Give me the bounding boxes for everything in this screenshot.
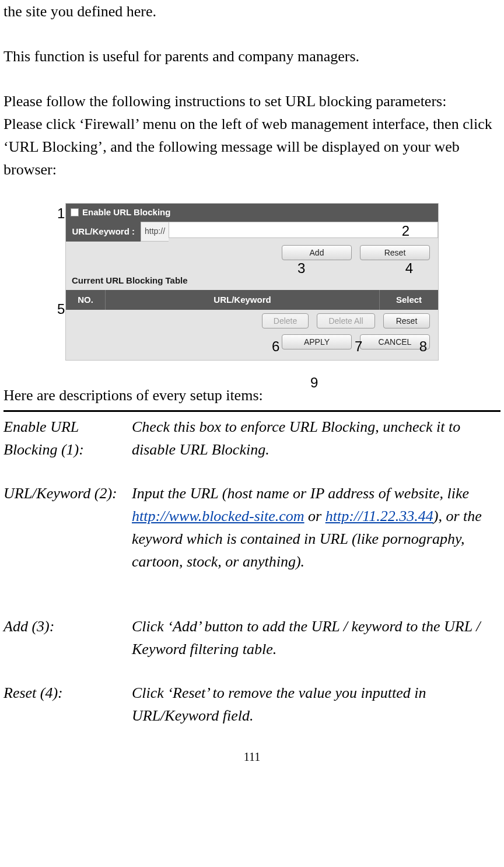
instructions-b: Please click ‘Firewall’ menu on the left… — [4, 113, 501, 181]
enable-url-blocking-checkbox[interactable] — [71, 208, 79, 216]
add-button[interactable]: Add — [282, 245, 352, 260]
desc-text-enable: Check this box to enforce URL Blocking, … — [132, 415, 501, 461]
enable-row: Enable URL Blocking — [66, 204, 438, 222]
screenshot-figure: Enable URL Blocking URL/Keyword : http:/… — [65, 203, 439, 361]
callout-9: 9 — [310, 372, 318, 393]
desc-item-urlkey: URL/Keyword (2): Input the URL (host nam… — [4, 482, 501, 573]
page-number: 111 — [4, 748, 501, 765]
desc-urlkey-part2: or — [304, 508, 326, 525]
url-blocking-panel: Enable URL Blocking URL/Keyword : http:/… — [65, 203, 439, 361]
delete-button[interactable]: Delete — [262, 313, 309, 328]
desc-label-reset: Reset (4): — [4, 681, 132, 727]
blocking-table-header: NO. URL/Keyword Select — [66, 290, 438, 310]
desc-urlkey-part1: Input the URL (host name or IP address o… — [132, 485, 469, 502]
desc-item-add: Add (3): Click ‘Add’ button to add the U… — [4, 615, 501, 660]
instructions-a: Please follow the following instructions… — [4, 90, 501, 113]
intro-line-2: This function is useful for parents and … — [4, 45, 501, 68]
apply-button[interactable]: APPLY — [282, 334, 352, 349]
desc-text-reset: Click ‘Reset’ to remove the value you in… — [132, 681, 501, 727]
callout-8: 8 — [419, 336, 427, 357]
th-select: Select — [380, 290, 438, 310]
descriptions-heading: Here are descriptions of every setup ite… — [4, 384, 501, 407]
enable-url-blocking-label: Enable URL Blocking — [82, 206, 170, 219]
divider — [4, 410, 501, 412]
blocked-site-link[interactable]: http://www.blocked-site.com — [132, 508, 304, 525]
url-keyword-row: URL/Keyword : http:// — [66, 222, 438, 242]
table-title: Current URL Blocking Table — [66, 263, 438, 290]
desc-label-add: Add (3): — [4, 615, 132, 660]
callout-5: 5 — [57, 299, 65, 320]
th-no: NO. — [66, 290, 106, 310]
th-url: URL/Keyword — [106, 290, 380, 310]
delete-all-button[interactable]: Delete All — [317, 313, 375, 328]
callout-1: 1 — [57, 203, 65, 224]
http-prefix: http:// — [141, 222, 169, 242]
desc-text-urlkey: Input the URL (host name or IP address o… — [132, 482, 501, 573]
add-reset-row: Add Reset — [66, 242, 438, 263]
callout-2: 2 — [402, 221, 410, 242]
callout-4: 4 — [405, 258, 413, 279]
desc-label-urlkey: URL/Keyword (2): — [4, 482, 132, 573]
table-reset-button[interactable]: Reset — [383, 313, 430, 328]
descriptions-list: Enable URL Blocking (1): Check this box … — [4, 415, 501, 727]
desc-label-enable: Enable URL Blocking (1): — [4, 415, 132, 461]
table-btn-row: Delete Delete All Reset — [66, 310, 438, 331]
url-keyword-label: URL/Keyword : — [66, 222, 141, 242]
blocked-ip-link[interactable]: http://11.22.33.44 — [326, 508, 433, 525]
reset-button[interactable]: Reset — [360, 245, 430, 260]
apply-cancel-row: APPLY CANCEL — [66, 331, 438, 352]
url-keyword-input[interactable] — [169, 222, 438, 238]
callout-6: 6 — [272, 336, 279, 357]
intro-line-1: the site you defined here. — [4, 0, 501, 23]
desc-item-enable: Enable URL Blocking (1): Check this box … — [4, 415, 501, 461]
desc-item-reset: Reset (4): Click ‘Reset’ to remove the v… — [4, 681, 501, 727]
desc-text-add: Click ‘Add’ button to add the URL / keyw… — [132, 615, 501, 660]
callout-7: 7 — [355, 336, 362, 357]
callout-3: 3 — [298, 258, 305, 279]
